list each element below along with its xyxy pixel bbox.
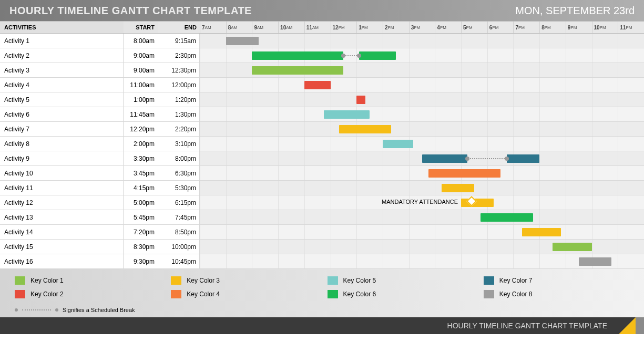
table-row: Activity 125:00pm6:15pmMANDATORY ATTENDA… bbox=[0, 195, 644, 210]
gantt-bar[interactable] bbox=[481, 213, 533, 222]
legend-label: Key Color 4 bbox=[187, 291, 220, 298]
break-dot-icon bbox=[55, 308, 58, 312]
header-bar: HOURLY TIMELINE GANTT CHART TEMPLATE MON… bbox=[0, 0, 644, 21]
timeline-cell bbox=[200, 122, 644, 136]
start-time: 11:00am bbox=[124, 78, 158, 92]
gantt-bar[interactable] bbox=[252, 66, 343, 75]
legend-swatch-icon bbox=[484, 290, 494, 298]
table-row: Activity 82:00pm3:10pm bbox=[0, 137, 644, 151]
end-time: 2:30pm bbox=[158, 48, 200, 63]
gantt-bar[interactable] bbox=[339, 125, 391, 133]
timeline-cell bbox=[200, 166, 644, 180]
table-row: Activity 158:30pm10:00pm bbox=[0, 240, 644, 254]
activity-name: Activity 3 bbox=[0, 63, 124, 77]
gantt-bar[interactable] bbox=[304, 81, 331, 89]
activity-name: Activity 14 bbox=[0, 225, 124, 239]
gantt-bar[interactable] bbox=[522, 228, 561, 236]
start-time: 8:00am bbox=[124, 34, 158, 48]
end-time: 8:00pm bbox=[158, 151, 200, 165]
timeline-cell bbox=[200, 137, 644, 151]
legend-item: Key Color 6 bbox=[328, 290, 484, 298]
chart-area: ACTIVITIES START END 7AM8AM9AM10AM11AM12… bbox=[0, 21, 644, 317]
legend-break-label: Signifies a Scheduled Break bbox=[63, 307, 135, 313]
break-line-icon bbox=[22, 309, 51, 310]
hour-label: 3PM bbox=[409, 22, 435, 33]
end-time: 1:30pm bbox=[158, 107, 200, 121]
gantt-rows: Activity 18:00am9:15amActivity 29:00am2:… bbox=[0, 34, 644, 269]
hour-label: 2PM bbox=[383, 22, 409, 33]
timeline-cell bbox=[200, 63, 644, 77]
legend-break-item: Signifies a Scheduled Break bbox=[15, 304, 640, 313]
start-time: 9:00am bbox=[124, 63, 158, 77]
legend-item: Key Color 4 bbox=[171, 290, 327, 298]
hour-label: 6PM bbox=[487, 22, 514, 33]
gantt-bar[interactable] bbox=[226, 37, 259, 45]
gantt-bar[interactable] bbox=[252, 51, 343, 60]
gantt-bar[interactable] bbox=[442, 184, 474, 192]
hour-label: 5PM bbox=[461, 22, 487, 33]
start-time: 4:15pm bbox=[124, 181, 158, 195]
break-dot-icon bbox=[505, 157, 509, 161]
gantt-bar[interactable] bbox=[383, 140, 413, 148]
activity-name: Activity 11 bbox=[0, 181, 124, 195]
hour-label: 8AM bbox=[226, 22, 252, 33]
activity-name: Activity 15 bbox=[0, 240, 124, 254]
table-row: Activity 411:00am12:00pm bbox=[0, 78, 644, 92]
legend-item: Key Color 8 bbox=[484, 290, 640, 298]
hour-label: 8PM bbox=[539, 22, 566, 33]
timeline-cell bbox=[200, 78, 644, 92]
legend-swatch-icon bbox=[328, 276, 338, 285]
legend-swatch-icon bbox=[15, 290, 25, 298]
end-time: 5:30pm bbox=[158, 181, 200, 195]
hour-label: 11AM bbox=[304, 22, 331, 33]
start-time: 11:45am bbox=[124, 107, 158, 121]
gantt-bar[interactable] bbox=[579, 257, 611, 266]
gantt-bar[interactable] bbox=[428, 169, 500, 178]
hour-label: 9PM bbox=[566, 22, 592, 33]
hour-label: 4PM bbox=[435, 22, 461, 33]
hour-label: 10AM bbox=[278, 22, 304, 33]
gantt-bar[interactable] bbox=[507, 154, 539, 163]
page-title: HOURLY TIMELINE GANTT CHART TEMPLATE bbox=[9, 5, 252, 17]
activity-name: Activity 16 bbox=[0, 254, 124, 268]
hour-label: 7PM bbox=[513, 22, 539, 33]
table-row: Activity 712:20pm2:20pm bbox=[0, 122, 644, 137]
start-time: 9:00am bbox=[124, 48, 158, 63]
activity-name: Activity 1 bbox=[0, 34, 124, 48]
start-time: 5:45pm bbox=[124, 210, 158, 224]
activity-name: Activity 4 bbox=[0, 78, 124, 92]
end-time: 6:15pm bbox=[158, 195, 200, 210]
activity-name: Activity 9 bbox=[0, 151, 124, 165]
legend-swatch-icon bbox=[171, 290, 181, 298]
gantt-bar[interactable] bbox=[356, 96, 365, 104]
timeline-cell bbox=[200, 151, 644, 165]
table-row: Activity 51:00pm1:20pm bbox=[0, 92, 644, 107]
legend-item: Key Color 2 bbox=[15, 290, 171, 298]
activity-name: Activity 6 bbox=[0, 107, 124, 121]
timeline-cell bbox=[200, 210, 644, 224]
activity-name: Activity 2 bbox=[0, 48, 124, 63]
start-time: 2:00pm bbox=[124, 137, 158, 151]
gantt-bar[interactable] bbox=[422, 154, 468, 163]
timeline-cell bbox=[200, 225, 644, 239]
end-time: 2:20pm bbox=[158, 122, 200, 136]
timeline-cell bbox=[200, 92, 644, 107]
legend-label: Key Color 8 bbox=[499, 291, 533, 298]
start-time: 7:20pm bbox=[124, 225, 158, 239]
footer-accent-icon bbox=[619, 317, 636, 334]
legend-item: Key Color 7 bbox=[484, 276, 640, 285]
activity-name: Activity 7 bbox=[0, 122, 124, 136]
break-dot-icon bbox=[15, 308, 18, 312]
start-time: 8:30pm bbox=[124, 240, 158, 254]
gantt-bar[interactable] bbox=[553, 243, 592, 251]
legend-label: Key Color 1 bbox=[30, 277, 64, 284]
timeline-header: 7AM8AM9AM10AM11AM12PM1PM2PM3PM4PM5PM6PM7… bbox=[200, 22, 644, 33]
end-time: 8:50pm bbox=[158, 225, 200, 239]
activity-name: Activity 12 bbox=[0, 195, 124, 210]
gantt-bar[interactable] bbox=[324, 110, 370, 119]
annotation-label: MANDATORY ATTENDANCE bbox=[382, 199, 461, 205]
legend-item: Key Color 5 bbox=[328, 276, 484, 285]
legend-swatch-icon bbox=[328, 290, 338, 298]
gantt-bar[interactable] bbox=[359, 51, 396, 60]
gantt-bar[interactable] bbox=[461, 199, 494, 207]
